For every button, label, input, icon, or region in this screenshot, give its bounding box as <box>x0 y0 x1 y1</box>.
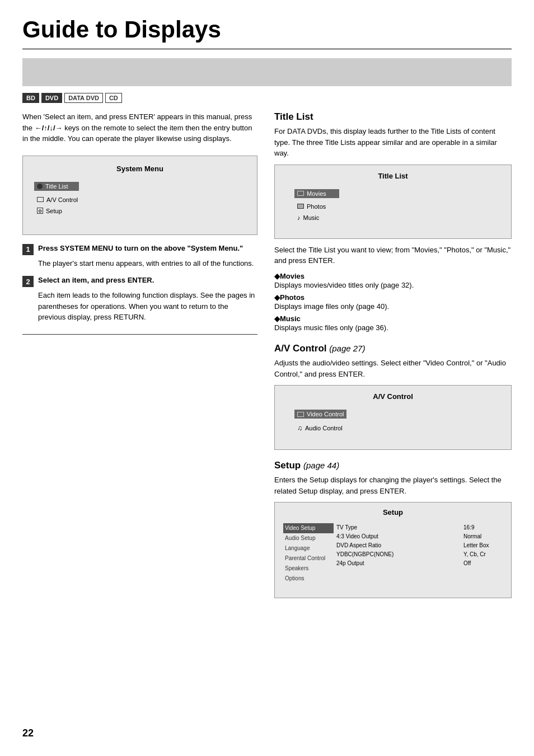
bullet-photos-text: Displays image files only (page 40). <box>274 302 512 312</box>
system-menu-title: System Menu <box>34 165 246 173</box>
bullet-photos-title: ◆Photos <box>274 293 512 302</box>
setup-section: Setup (page 44) Enters the Setup display… <box>274 460 512 598</box>
menu-item-setup: ⚙ Setup <box>34 206 246 215</box>
setup-center-item-3: YDBC(NGBPC(NONE) <box>336 550 463 559</box>
page-number: 22 <box>22 727 34 739</box>
circle-icon <box>37 184 43 189</box>
setup-menu-video: Video Setup <box>283 523 334 533</box>
setup-center-item-1: 4:3 Video Output <box>336 532 463 541</box>
title-list-heading: Title List <box>274 111 512 123</box>
title-list-select-text: Select the Title List you want to view; … <box>274 245 512 266</box>
setup-center-item-2: DVD Aspect Ratio <box>336 541 463 550</box>
setup-right-item-1: Normal <box>463 532 503 541</box>
bullet-music: ◆Music Displays music files only (page 3… <box>274 314 512 333</box>
setup-center-menu: TV Type 4:3 Video Output DVD Aspect Rati… <box>334 523 463 584</box>
step-2-header: 2 Select an item, and press ENTER. <box>22 275 257 287</box>
note-icon: ♪ <box>297 214 301 221</box>
setup-right-item-3: Y, Cb, Cr <box>463 550 503 559</box>
tl-item-photos-label: Photos <box>307 203 326 210</box>
menu-item-setup-label: Setup <box>46 208 62 214</box>
title-list-items: Movies Photos ♪ Music <box>286 187 500 222</box>
section-divider <box>22 334 257 335</box>
step-2: 2 Select an item, and press ENTER. Each … <box>22 275 257 323</box>
title-list-screen: Title List Movies Photos ♪ Music <box>274 165 512 239</box>
menu-item-title-list-label: Title List <box>45 183 68 190</box>
setup-menu-language: Language <box>283 543 334 553</box>
setup-right-item-4: Off <box>463 559 503 568</box>
av-item-video-label: Video Control <box>307 411 344 417</box>
setup-right-item-2: Letter Box <box>463 541 503 550</box>
left-column: When 'Select an item, and press ENTER' a… <box>22 111 257 734</box>
setup-right-item-0: 16:9 <box>463 523 503 532</box>
setup-heading: Setup (page 44) <box>274 460 512 471</box>
setup-screen-inner: Video Setup Audio Setup Language Parenta… <box>283 523 503 584</box>
bullet-movies-text: Displays movies/video titles only (page … <box>274 280 512 290</box>
monitor-sm-icon <box>297 191 304 196</box>
tl-item-music-label: Music <box>303 214 320 221</box>
right-column: Title List For DATA DVDs, this display l… <box>274 111 512 734</box>
tl-item-music: ♪ Music <box>294 213 500 222</box>
av-control-items: Video Control ♫ Audio Control <box>286 407 500 433</box>
step-1-body: The player's start menu appears, with en… <box>38 258 257 269</box>
setup-menu-parental: Parental Control <box>283 553 334 564</box>
badge-bd: BD <box>22 93 39 103</box>
step-1: 1 Press SYSTEM MENU to turn on the above… <box>22 243 257 269</box>
gear-icon: ⚙ <box>37 208 43 214</box>
audio-icon: ♫ <box>297 424 302 432</box>
decorative-bar <box>22 58 512 86</box>
av-control-text: Adjusts the audio/video settings. Select… <box>274 358 512 379</box>
system-menu-screen: System Menu Title List A/V Control ⚙ Set… <box>22 156 257 235</box>
step-2-number: 2 <box>22 276 34 287</box>
bullet-music-text: Displays music files only (page 36). <box>274 323 512 333</box>
setup-center-item-4: 24p Output <box>336 559 463 568</box>
setup-right-values: 16:9 Normal Letter Box Y, Cb, Cr Off <box>463 523 503 584</box>
step-1-title: Press SYSTEM MENU to turn on the above "… <box>38 243 243 253</box>
av-control-screen-title: A/V Control <box>286 392 500 401</box>
step-2-body: Each item leads to the following functio… <box>38 290 257 323</box>
content-columns: When 'Select an item, and press ENTER' a… <box>22 111 512 734</box>
setup-center-item-0: TV Type <box>336 523 463 532</box>
intro-text: When 'Select an item, and press ENTER' a… <box>22 111 257 144</box>
setup-screen-title: Setup <box>283 508 503 516</box>
monitor-icon <box>37 197 44 202</box>
menu-item-av-control: A/V Control <box>34 195 246 204</box>
step-1-header: 1 Press SYSTEM MENU to turn on the above… <box>22 243 257 255</box>
bullet-photos: ◆Photos Displays image files only (page … <box>274 293 512 312</box>
tl-item-movies: Movies <box>294 189 339 198</box>
step-2-title: Select an item, and press ENTER. <box>38 275 154 285</box>
badge-cd: CD <box>105 93 122 103</box>
setup-page-ref: (page 44) <box>303 461 339 470</box>
setup-menu-audio: Audio Setup <box>283 533 334 543</box>
photo-icon <box>297 204 304 209</box>
av-item-audio: ♫ Audio Control <box>294 423 500 433</box>
title-list-screen-title: Title List <box>286 172 500 180</box>
av-control-section: A/V Control (page 27) Adjusts the audio/… <box>274 343 512 450</box>
bullet-music-title: ◆Music <box>274 314 512 323</box>
av-control-heading: A/V Control (page 27) <box>274 343 512 354</box>
av-control-page-ref: (page 27) <box>329 344 365 353</box>
tl-item-photos: Photos <box>294 202 500 211</box>
bullet-movies: ◆Movies Displays movies/video titles onl… <box>274 272 512 290</box>
title-list-section: Title List For DATA DVDs, this display l… <box>274 111 512 333</box>
setup-menu-options: Options <box>283 574 334 584</box>
setup-left-menu: Video Setup Audio Setup Language Parenta… <box>283 523 334 584</box>
page-title: Guide to Displays <box>22 17 512 50</box>
tl-item-movies-label: Movies <box>307 190 326 197</box>
page-container: Guide to Displays BD DVD DATA DVD CD Whe… <box>0 0 534 756</box>
menu-item-av-label: A/V Control <box>46 196 78 203</box>
av-item-video: Video Control <box>294 410 346 419</box>
setup-text: Enters the Setup displays for changing t… <box>274 475 512 496</box>
av-monitor-icon <box>297 412 304 417</box>
format-badges: BD DVD DATA DVD CD <box>22 93 512 103</box>
title-list-text: For DATA DVDs, this display leads furthe… <box>274 126 512 159</box>
setup-screen: Setup Video Setup Audio Setup Language P… <box>274 502 512 598</box>
menu-item-title-list: Title List <box>34 182 79 191</box>
bullet-movies-title: ◆Movies <box>274 272 512 280</box>
step-1-number: 1 <box>22 244 34 255</box>
setup-menu-speakers: Speakers <box>283 564 334 574</box>
av-control-screen: A/V Control Video Control ♫ Audio Contro… <box>274 385 512 450</box>
badge-dvd: DVD <box>41 93 62 103</box>
av-item-audio-label: Audio Control <box>305 425 343 431</box>
badge-data-dvd: DATA DVD <box>64 93 103 103</box>
